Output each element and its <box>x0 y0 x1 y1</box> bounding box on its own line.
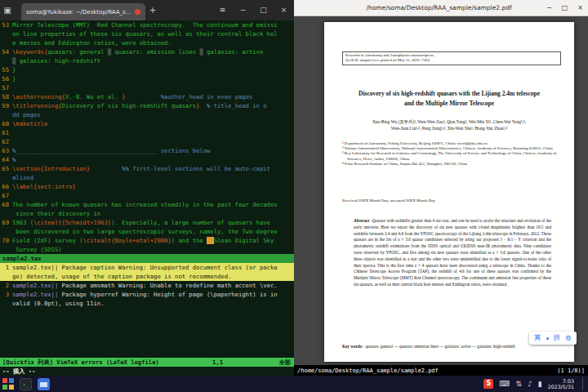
text-segment: \keywords{ <box>12 48 47 56</box>
pdf-canvas[interactable]: Research in Astronomy and Astrophysics m… <box>294 16 588 365</box>
paper-keywords: Key words:quasars: general — quasars: em… <box>342 344 563 350</box>
launcher-quadrant <box>9 385 14 390</box>
line-number: 59 <box>0 101 12 110</box>
ime-mode-button[interactable]: 莫 <box>534 333 541 343</box>
text-segment: %% first-level sections will be auto-cap… <box>122 165 270 172</box>
show-desktop-button[interactable] <box>582 377 586 390</box>
line-number: 3 <box>0 290 12 299</box>
clock-time: 7:03 <box>548 378 574 384</box>
text-segment: quasars: emission lines <box>111 48 199 56</box>
quickfix-row[interactable]: 2sample2.tex|| Package amsmath Warning: … <box>0 281 294 290</box>
buffer-row: been discovered in two large spectroscop… <box>0 227 294 236</box>
text-segment: Mirror Telescope (MMT) Red Channel spect… <box>12 21 278 29</box>
buffer-row: 53Mirror Telescope (MMT) Red Channel spe… <box>0 20 294 29</box>
pdf-titlebar[interactable]: /home/soma/Desktop/RAA_sample/sample2.pd… <box>294 0 588 16</box>
menu-icon[interactable]: ≡ <box>212 0 233 20</box>
text-segment: Discovery of six high-redshift quasars <box>62 102 196 109</box>
terminal-minimize-button[interactable]: − <box>233 0 253 20</box>
tab-title: soma@Yukikaze: ~/Desktop/RAA_sample <box>26 9 131 16</box>
taskbar-clock[interactable]: 7:03 2023/5/31 <box>548 378 574 390</box>
pdf-viewer-window: /home/soma/Desktop/RAA_sample/sample2.pd… <box>294 0 588 376</box>
paper-title-line: and the Multiple Mirror Telescope <box>324 99 574 109</box>
new-tab-button[interactable]: + <box>145 0 160 20</box>
pdf-minimize-button[interactable]: − <box>541 4 557 11</box>
keywords-label: Key words: <box>342 344 363 349</box>
tab-list-icon[interactable]: ▣ <box>0 0 15 20</box>
quickfix-row[interactable]: 3sample2.tex|| Package hyperref Warning:… <box>0 290 294 299</box>
paper-abstract: AbstractQuasars with redshifts greater t… <box>354 218 551 288</box>
pdf-page: Research in Astronomy and Astrophysics m… <box>324 22 574 362</box>
quickfix-row[interactable]: 1sample2.tex|| Package caption Warning: … <box>0 263 294 272</box>
text-segment: Sloan Digital Sky <box>214 237 274 244</box>
terminal-close-button[interactable]: × <box>274 0 294 20</box>
buffer-row: dd pages <box>0 110 294 119</box>
text-segment: } <box>12 75 16 82</box>
line-number: 54 <box>0 47 12 56</box>
terminal-tabbar[interactable]: ▣ soma@Yukikaze: ~/Desktop/RAA_sample + … <box>0 0 294 20</box>
buffer-row: since their discovery in <box>0 209 294 218</box>
buffer-row: ▒ galaxies: high-redshift <box>0 56 294 65</box>
text-segment: \authorrunning{ <box>12 93 65 100</box>
file-manager-icon[interactable] <box>38 378 50 390</box>
line-number: 53 <box>0 20 12 29</box>
input-method-toolbar[interactable]: 莫 拼 ⚙ <box>529 332 577 345</box>
launcher-quadrant <box>9 378 14 383</box>
text-segment: galaxies: high-redshift <box>16 57 100 65</box>
taskbar-right: S⌨⇅♪▮ 7:03 2023/5/31 <box>483 376 586 392</box>
text-segment: \titlerunning{ <box>12 102 62 109</box>
quickfix-row[interactable]: valid (0.0pt), using 11in. <box>0 299 294 308</box>
sogou-input-icon[interactable]: S <box>483 379 493 389</box>
text-segment: \citealt{Schmidt+1963} <box>33 219 111 226</box>
quickfix-list[interactable]: 1sample2.tex|| Package caption Warning: … <box>0 263 294 358</box>
pdf-window-title: /home/soma/Desktop/RAA_sample/sample2.pd… <box>294 4 541 11</box>
network-icon[interactable]: ⇅ <box>515 376 522 392</box>
text-segment: The number of known quasars has increase… <box>12 201 278 208</box>
volume-icon[interactable]: ♪ <box>528 376 532 392</box>
text-segment <box>207 237 214 244</box>
text-segment: galaxies: active <box>203 48 264 56</box>
text-segment: sample2.tex|| <box>12 291 58 298</box>
buffer-row: 58\authorrunning{X.-B. Wu et al. } %auth… <box>0 92 294 101</box>
launcher-icon[interactable] <box>2 378 14 390</box>
text-segment: % title_head in o <box>207 102 267 109</box>
quickfix-title: [Quickfix 列表] VimTeX errors (LaTeX logfi… <box>0 358 212 367</box>
buffer-row: Survey (SDSS) <box>0 245 294 254</box>
buffer-row: e masses and Eddington ratios, were obta… <box>0 38 294 47</box>
text-segment: ge) detected, usage of the caption packa… <box>12 273 231 280</box>
text-segment: quasars: general <box>47 48 108 56</box>
vim-mode-indicator: -- 插入 -- <box>0 367 294 376</box>
vim-editor: 53Mirror Telescope (MMT) Red Channel spe… <box>0 20 294 376</box>
text-segment: \section{Introduction} <box>12 165 90 172</box>
text-segment: %author_head in even pages <box>161 93 253 100</box>
buffer-row: alized <box>0 173 294 182</box>
text-segment: X.-B. Wu et al. <box>65 93 122 100</box>
text-segment: dd pages <box>12 111 41 118</box>
text-segment: valid (0.0pt), using 11in. <box>12 300 105 307</box>
text-segment: alized <box>12 174 33 181</box>
manuscript-header-box: Research in Astronomy and Astrophysics m… <box>342 51 561 65</box>
line-number: 64 <box>0 155 12 164</box>
tab-close-icon[interactable] <box>135 9 140 15</box>
battery-icon[interactable]: ▮ <box>538 376 542 392</box>
ime-settings-gear-icon[interactable]: ⚙ <box>565 334 572 342</box>
keywords-text: quasars: general — quasars: emission lin… <box>366 344 515 349</box>
terminal-maximize-button[interactable]: □ <box>253 0 274 20</box>
pdf-maximize-button[interactable]: □ <box>557 4 572 11</box>
vim-buffer[interactable]: 53Mirror Telescope (MMT) Red Channel spe… <box>0 20 294 254</box>
keyboard-icon[interactable]: ⌨ <box>499 376 510 392</box>
text-segment: 1963 ( <box>12 219 33 226</box>
terminal-app-icon[interactable]: >_ <box>20 378 32 390</box>
affiliation-line: ³ Key Laboratory for Research in Galaxie… <box>342 151 563 161</box>
pdf-close-button[interactable]: × <box>572 4 588 11</box>
buffer-row: 65\section{Introduction} %% first-level … <box>0 164 294 173</box>
ime-pinyin-button[interactable]: 拼 <box>554 333 561 343</box>
line-number: 68 <box>0 200 12 209</box>
line-number: 2 <box>0 281 12 290</box>
line-number: 63 <box>0 146 12 155</box>
terminal-window: ▣ soma@Yukikaze: ~/Desktop/RAA_sample + … <box>0 0 294 376</box>
buffer-row: 67 <box>0 191 294 200</box>
paper-author-line: Xue-Bing Wu (吴学兵)¹, Wen-Wen Zuo², Qian Y… <box>324 118 574 125</box>
taskbar-apps: >_ <box>2 378 50 390</box>
quickfix-row[interactable]: ge) detected, usage of the caption packa… <box>0 272 294 281</box>
terminal-tab[interactable]: soma@Yukikaze: ~/Desktop/RAA_sample <box>21 3 145 20</box>
